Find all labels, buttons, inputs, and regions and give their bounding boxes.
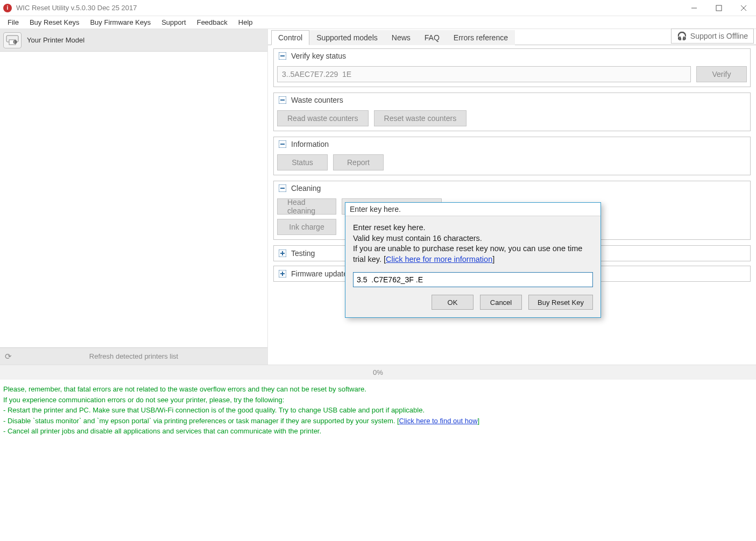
group-info-title: Information [291, 140, 329, 148]
close-button[interactable] [731, 0, 756, 16]
verify-button[interactable]: Verify [696, 66, 747, 82]
help-line-3: - Restart the printer and PC. Make sure … [3, 405, 753, 416]
support-status-label: Support is Offline [690, 32, 748, 40]
group-verify-head[interactable]: Verify key status [274, 49, 750, 63]
report-button[interactable]: Report [333, 154, 384, 170]
dialog-buy-button[interactable]: Buy Reset Key [528, 295, 593, 310]
printer-list[interactable] [0, 52, 267, 347]
enter-key-dialog: Enter key here. Enter reset key here. Va… [345, 202, 601, 318]
refresh-bar[interactable]: ⟳ Refresh detected printers list [0, 347, 267, 365]
tab-supported-models[interactable]: Supported models [309, 30, 385, 45]
group-firmware-title: Firmware update [291, 269, 348, 278]
collapse-icon [278, 53, 287, 60]
headset-icon: 🎧 [677, 31, 687, 41]
collapse-icon [278, 185, 287, 192]
help-line-1: Please, remember, that fatal errors are … [3, 384, 753, 395]
printer-icon [3, 32, 22, 48]
titlebar: i WIC Reset Utility v.5.0.30 Dec 25 2017 [0, 0, 756, 16]
dialog-info-link[interactable]: Click here for more information [386, 255, 492, 264]
help-link-status-monitor[interactable]: Click here to find out how [399, 417, 478, 425]
expand-icon [278, 250, 287, 257]
tab-errors-reference[interactable]: Errors reference [447, 30, 515, 45]
group-waste-title: Waste counters [291, 96, 343, 104]
maximize-button[interactable] [706, 0, 731, 16]
dialog-message: Enter reset key here. Valid key must con… [353, 223, 593, 265]
read-waste-button[interactable]: Read waste counters [277, 110, 369, 126]
menu-buy-reset-keys[interactable]: Buy Reset Keys [24, 17, 85, 27]
group-information: Information Status Report [273, 137, 751, 175]
dialog-title: Enter key here. [345, 203, 600, 216]
reset-key-input[interactable] [353, 272, 593, 287]
ink-charge-button[interactable]: Ink charge [277, 219, 336, 235]
tab-bar: Control Supported models News FAQ Errors… [268, 29, 756, 45]
menu-help[interactable]: Help [233, 17, 258, 27]
group-verify-key: Verify key status Verify [273, 48, 751, 87]
dialog-ok-button[interactable]: OK [432, 295, 474, 310]
support-status[interactable]: 🎧 Support is Offline [671, 29, 754, 44]
group-testing-title: Testing [291, 249, 315, 258]
refresh-label: Refresh detected printers list [16, 352, 267, 360]
reset-waste-button[interactable]: Reset waste counters [374, 110, 467, 126]
group-waste: Waste counters Read waste counters Reset… [273, 92, 751, 131]
status-button[interactable]: Status [277, 154, 328, 170]
head-cleaning-button[interactable]: Head cleaning [277, 198, 336, 215]
group-verify-title: Verify key status [291, 52, 346, 60]
tab-news[interactable]: News [385, 30, 418, 45]
group-info-head[interactable]: Information [274, 137, 750, 151]
verify-key-input[interactable] [277, 66, 691, 82]
minimize-button[interactable] [682, 0, 706, 16]
menu-support[interactable]: Support [156, 17, 192, 27]
dialog-cancel-button[interactable]: Cancel [480, 295, 522, 310]
expand-icon [278, 270, 287, 277]
help-line-4: - Disable `status monitor` and `my epson… [3, 416, 753, 426]
help-line-2: If you experience communication errors o… [3, 395, 753, 405]
group-cleaning-title: Cleaning [291, 184, 321, 193]
menu-file[interactable]: File [2, 17, 24, 27]
menubar: File Buy Reset Keys Buy Firmware Keys Su… [0, 16, 756, 29]
collapse-icon [278, 141, 287, 148]
tab-faq[interactable]: FAQ [418, 30, 447, 45]
printer-header: Your Printer Model [0, 29, 267, 52]
status-strip: 0% [0, 365, 756, 380]
left-pane: Your Printer Model ⟳ Refresh detected pr… [0, 29, 268, 365]
refresh-icon: ⟳ [0, 352, 16, 361]
menu-feedback[interactable]: Feedback [192, 17, 233, 27]
svg-rect-6 [716, 5, 722, 11]
help-line-5: - Cancel all printer jobs and disable al… [3, 426, 753, 437]
progress-label: 0% [373, 368, 383, 376]
group-waste-head[interactable]: Waste counters [274, 93, 750, 107]
group-cleaning-head[interactable]: Cleaning [274, 181, 750, 195]
tab-control[interactable]: Control [271, 30, 309, 45]
app-icon: i [3, 4, 12, 12]
window-title: WIC Reset Utility v.5.0.30 Dec 25 2017 [16, 4, 137, 12]
printer-model-label: Your Printer Model [27, 36, 84, 44]
menu-buy-firmware-keys[interactable]: Buy Firmware Keys [84, 17, 156, 27]
help-area: Please, remember, that fatal errors are … [0, 380, 756, 441]
collapse-icon [278, 97, 287, 104]
